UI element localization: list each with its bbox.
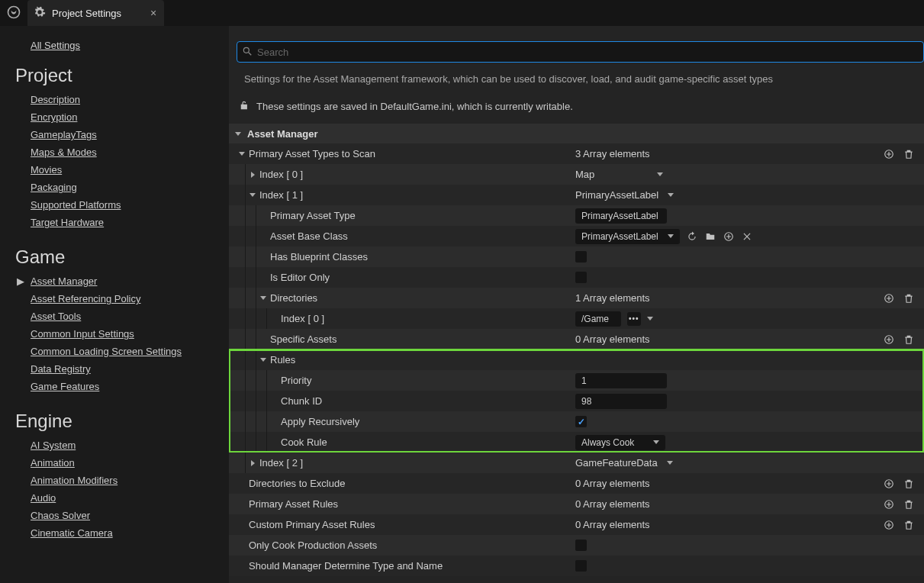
directory-field[interactable]: /Game — [575, 311, 621, 327]
add-element-icon[interactable] — [883, 519, 895, 531]
add-element-icon[interactable] — [883, 498, 895, 511]
dropdown-index2[interactable]: GameFeatureData — [575, 457, 673, 469]
priority-field[interactable] — [575, 373, 667, 388]
add-element-icon[interactable] — [883, 148, 895, 160]
row-directories-exclude: Directories to Exclude 0 Array elements — [229, 473, 924, 494]
should-mgr-checkbox[interactable] — [575, 560, 587, 572]
expand-toggle[interactable] — [237, 152, 247, 156]
row-primary-asset-type: Primary Asset Type — [229, 205, 924, 226]
sidebar-item[interactable]: Packaging — [0, 179, 229, 196]
trash-icon[interactable] — [903, 519, 915, 531]
sidebar-item[interactable]: Supported Platforms — [0, 196, 229, 214]
tab-title: Project Settings — [52, 8, 121, 19]
row-primary-asset-rules: Primary Asset Rules 0 Array elements — [229, 494, 924, 514]
cook-rule-dropdown[interactable]: Always Cook — [575, 435, 665, 450]
sidebar-item[interactable]: Maps & Modes — [0, 143, 229, 161]
row-directory-0: Index [ 0 ] /Game ••• — [229, 308, 924, 329]
sidebar-item[interactable]: Common Input Settings — [0, 325, 229, 343]
trash-icon[interactable] — [903, 498, 915, 511]
sidebar-item-label: Packaging — [31, 182, 77, 193]
category-project: Project — [0, 60, 229, 91]
sidebar-item[interactable]: Animation Modifiers — [0, 472, 229, 489]
chevron-down-icon — [667, 461, 673, 465]
row-should-manager-determine: Should Manager Determine Type and Name — [229, 556, 924, 576]
all-settings-link[interactable]: All Settings — [31, 40, 80, 51]
search-input[interactable] — [257, 47, 919, 58]
close-icon[interactable]: × — [150, 8, 156, 18]
expand-toggle[interactable] — [258, 296, 269, 300]
sidebar-item[interactable]: Asset Referencing Policy — [0, 290, 229, 308]
add-icon[interactable] — [723, 230, 735, 243]
sidebar-item[interactable]: Animation — [0, 454, 229, 472]
editor-only-checkbox[interactable] — [575, 272, 587, 283]
sidebar-item-label: Movies — [31, 164, 62, 176]
primary-asset-type-field[interactable] — [575, 208, 667, 224]
row-index-2: Index [ 2 ] GameFeatureData — [229, 453, 924, 473]
sidebar-item[interactable]: Data Registry — [0, 360, 229, 378]
expand-toggle[interactable] — [247, 193, 258, 197]
trash-icon[interactable] — [903, 478, 915, 490]
category-game: Game — [0, 242, 229, 272]
trash-icon[interactable] — [903, 292, 915, 304]
sidebar-item[interactable]: GameplayTags — [0, 126, 229, 143]
row-specific-assets: Specific Assets 0 Array elements — [229, 329, 924, 349]
sidebar-item[interactable]: Encryption — [0, 108, 229, 126]
dropdown-index1[interactable]: PrimaryAssetLabel — [575, 189, 674, 201]
tab-project-settings[interactable]: Project Settings × — [27, 0, 164, 26]
trash-icon[interactable] — [903, 148, 915, 160]
sidebar-item[interactable]: Cinematic Camera — [0, 524, 229, 542]
row-index-0: Index [ 0 ] Map — [229, 164, 924, 185]
only-cook-checkbox[interactable] — [575, 540, 587, 551]
active-indicator-icon: ▶ — [17, 275, 26, 287]
section-header-asset-manager[interactable]: Asset Manager — [229, 124, 924, 143]
reset-icon[interactable] — [686, 230, 698, 243]
asset-base-class-dropdown[interactable]: PrimaryAssetLabel — [575, 229, 680, 244]
svg-point-0 — [243, 47, 249, 53]
row-has-blueprint-classes: Has Blueprint Classes — [229, 246, 924, 267]
chevron-down-icon — [657, 172, 663, 176]
row-asset-base-class: Asset Base Class PrimaryAssetLabel — [229, 226, 924, 246]
sidebar-item-label: Encryption — [31, 111, 77, 123]
sidebar-item[interactable]: Description — [0, 91, 229, 108]
sidebar-item[interactable]: Game Features — [0, 378, 229, 395]
browse-icon[interactable] — [704, 230, 716, 243]
sidebar-item-label: Animation Modifiers — [31, 475, 118, 486]
expand-toggle[interactable] — [247, 460, 258, 466]
sidebar-item-label: Audio — [31, 492, 56, 504]
add-element-icon[interactable] — [883, 333, 895, 346]
apply-recursively-checkbox[interactable] — [575, 416, 587, 427]
search-box[interactable] — [237, 41, 924, 63]
chevron-down-icon[interactable] — [647, 317, 653, 320]
sidebar-item-label: Maps & Modes — [31, 147, 97, 158]
property-table: Primary Asset Types to Scan 3 Array elem… — [229, 143, 924, 576]
sidebar-item[interactable]: Target Hardware — [0, 214, 229, 231]
sidebar-item[interactable]: Asset Tools — [0, 308, 229, 325]
add-element-icon[interactable] — [883, 292, 895, 304]
sidebar-item-label: Asset Tools — [31, 311, 81, 322]
dropdown-index0[interactable]: Map — [575, 169, 663, 180]
clear-icon[interactable] — [741, 230, 753, 243]
sidebar-item-label: Animation — [31, 457, 75, 469]
sidebar-item[interactable]: Chaos Solver — [0, 507, 229, 524]
ellipsis-icon[interactable]: ••• — [627, 312, 641, 326]
chunk-id-field[interactable] — [575, 394, 667, 409]
has-bp-checkbox[interactable] — [575, 251, 587, 263]
sidebar-item[interactable]: AI System — [0, 436, 229, 454]
section-description: Settings for the Asset Management framew… — [229, 70, 924, 95]
trash-icon[interactable] — [903, 333, 915, 346]
sidebar-item-label: Target Hardware — [31, 217, 104, 228]
sidebar-item-label: Chaos Solver — [31, 510, 90, 521]
sidebar-item[interactable]: Movies — [0, 161, 229, 179]
sidebar-item-label: GameplayTags — [31, 129, 97, 140]
sidebar-item[interactable]: Common Loading Screen Settings — [0, 343, 229, 360]
expand-toggle[interactable] — [247, 172, 258, 178]
row-index-1: Index [ 1 ] PrimaryAssetLabel — [229, 185, 924, 205]
chevron-down-icon — [653, 440, 659, 444]
content-panel: Settings for the Asset Management framew… — [229, 26, 924, 583]
expand-toggle[interactable] — [258, 358, 269, 362]
highlighted-rules-block: Rules Priority Chunk ID Apply Recursivel… — [229, 349, 924, 453]
sidebar-item[interactable]: Audio — [0, 489, 229, 507]
sidebar-item[interactable]: ▶Asset Manager — [0, 272, 229, 290]
add-element-icon[interactable] — [883, 478, 895, 490]
chevron-down-icon — [668, 193, 674, 197]
